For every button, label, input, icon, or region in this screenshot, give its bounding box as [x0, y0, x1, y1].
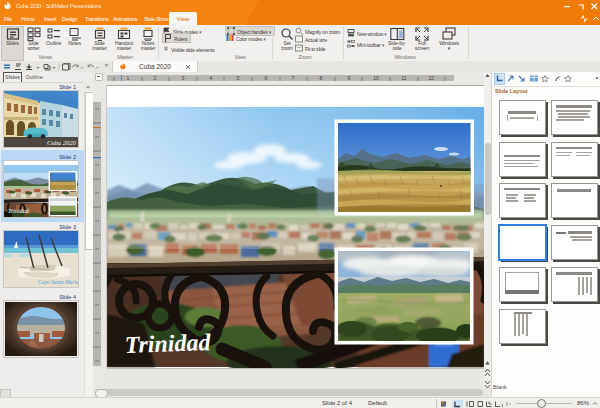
svg-text:1: 1 [127, 75, 130, 81]
svg-text:2: 2 [154, 75, 157, 81]
svg-text:4: 4 [210, 75, 213, 81]
svg-text:Cayo Santa Maria: Cayo Santa Maria [38, 279, 78, 285]
svg-text:Trinidad: Trinidad [124, 329, 212, 358]
svg-text:8: 8 [320, 75, 323, 81]
svg-text:3: 3 [182, 75, 185, 81]
svg-text:Trinidad: Trinidad [8, 208, 30, 214]
svg-text:5: 5 [237, 75, 240, 81]
svg-text:10: 10 [373, 75, 379, 81]
svg-text:6: 6 [265, 75, 268, 81]
svg-text:7: 7 [292, 75, 295, 81]
svg-text:Cuba 2020: Cuba 2020 [47, 139, 76, 146]
svg-text:12: 12 [428, 75, 434, 81]
svg-text:11: 11 [401, 75, 406, 81]
svg-text:9: 9 [348, 75, 351, 81]
